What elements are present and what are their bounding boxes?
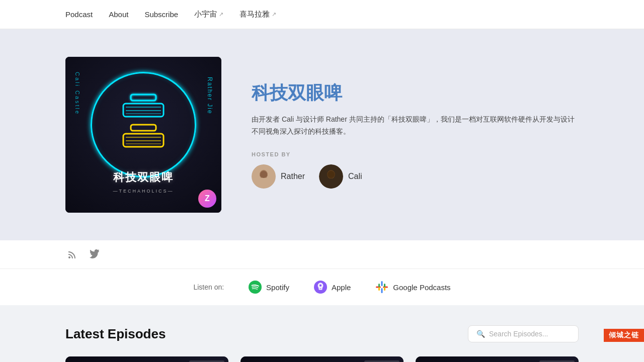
external-link-icon-2: ↗ [272,11,276,18]
svg-point-21 [319,285,321,287]
svg-point-16 [325,178,338,189]
google-podcasts-icon [375,280,389,294]
host-rather-name: Rather [281,172,305,181]
episode-cards-container: Techaholics EP.05 一起聊聊团队协作 Techaholics E… [65,356,579,362]
svg-rect-26 [383,287,388,288]
navigation: Podcast About Subscribe 小宇宙 ↗ 喜马拉雅 ↗ [0,0,644,29]
cover-text-right: Rather Jie [206,77,213,115]
hosts-list: Rather Cali [252,164,579,189]
svg-rect-30 [378,287,380,291]
apple-label: Apple [332,283,351,292]
nav-podcast-link[interactable]: Podcast [65,10,93,19]
host-cali[interactable]: Cali [319,164,362,189]
search-input[interactable] [489,330,570,338]
svg-rect-28 [384,287,385,291]
listen-label: Listen on: [193,283,224,291]
podcast-cover: Cali Castle Rather Jie 科技双眼啤 —TECHAHOLIC… [65,57,221,213]
neon-circle-decoration [91,72,196,177]
host-cali-name: Cali [348,172,362,181]
spotify-link[interactable]: Spotify [248,280,289,294]
google-podcasts-link[interactable]: Google Podcasts [375,280,450,294]
svg-rect-23 [381,281,383,286]
episode-card-2[interactable]: Techaholics EP.04 科技双眼啤 [240,356,404,362]
cover-subtitle: —TECHAHOLICS— [65,189,221,194]
episodes-header: Latest Episodes 🔍 [65,325,579,342]
svg-point-12 [257,177,270,188]
host-rather-avatar [252,164,276,189]
svg-rect-5 [131,125,156,131]
hero-info: 科技双眼啤 由开发者 Cali 与设计师 Rather 共同主持的「科技双眼啤」… [252,81,579,189]
rss-icon[interactable] [65,247,79,261]
apple-podcasts-icon [313,280,328,294]
apple-link[interactable]: Apple [313,280,351,294]
svg-rect-25 [376,287,381,288]
spotify-icon [248,280,262,294]
svg-point-18 [68,256,70,258]
search-icon: 🔍 [476,330,485,338]
svg-rect-29 [384,284,385,287]
twitter-icon[interactable] [88,247,102,261]
cover-text-left: Cali Castle [74,72,80,115]
svg-rect-27 [378,284,380,287]
podcast-title: 科技双眼啤 [252,81,579,106]
hosted-by-label: HOSTED BY [252,151,579,157]
nav-subscribe-link[interactable]: Subscribe [144,10,178,19]
svg-point-17 [328,171,335,178]
svg-rect-0 [131,95,156,101]
google-podcasts-label: Google Podcasts [393,283,450,292]
search-box[interactable]: 🔍 [468,325,579,342]
listen-bar: Listen on: Spotify Apple [0,268,644,305]
nav-xiaoyuzhou-link[interactable]: 小宇宙 ↗ [194,10,223,19]
svg-rect-22 [319,288,321,289]
episode-card-1[interactable]: Techaholics EP.05 一起聊聊团队协作 [65,356,228,362]
cover-badge: Z [198,190,216,208]
episodes-title: Latest Episodes [65,326,166,342]
svg-rect-24 [381,288,383,293]
watermark: 倾城之链 [604,329,644,342]
episode-card-3[interactable]: Techaholics 最会做产品的广告公司？ [416,356,579,362]
nav-about-link[interactable]: About [109,10,128,19]
cover-title: 科技双眼啤 [65,170,221,185]
nav-ximalaya-link[interactable]: 喜马拉雅 ↗ [239,10,276,19]
spotify-label: Spotify [266,283,289,292]
hero-section: Cali Castle Rather Jie 科技双眼啤 —TECHAHOLIC… [0,29,644,240]
podcast-description: 由开发者 Cali 与设计师 Rather 共同主持的「科技双眼啤」，我们是一档… [252,114,579,138]
external-link-icon: ↗ [219,11,223,18]
host-cali-avatar [319,164,343,189]
episodes-section: Latest Episodes 🔍 Techaholics EP.05 一起聊聊… [0,305,644,362]
host-rather[interactable]: Rather [252,164,305,189]
